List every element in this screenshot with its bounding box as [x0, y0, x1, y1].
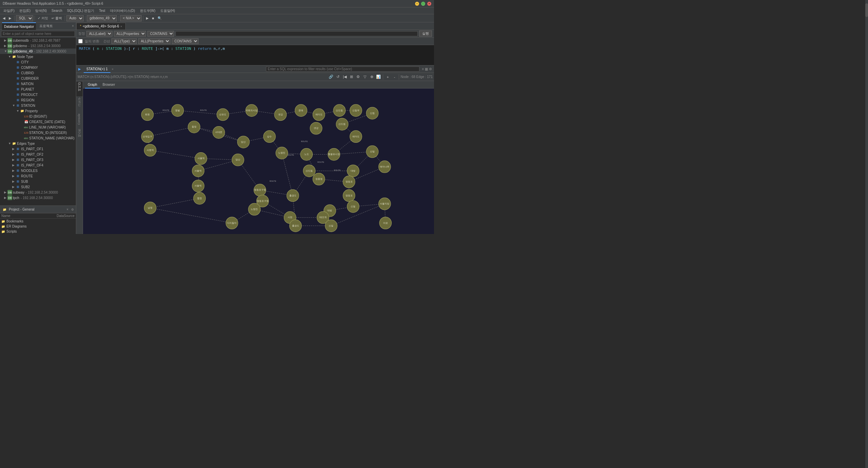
result-tab-station[interactable]: STATION(+) 1: [84, 65, 110, 73]
sublabel-gdbdemo49: - 192.168.2.49:30000: [34, 50, 66, 53]
forward-button[interactable]: ▶: [7, 16, 13, 20]
graph-btn-chart[interactable]: 📊: [375, 74, 381, 80]
tree-item-route[interactable]: ▶ ⊞ ROUTE: [0, 173, 76, 179]
tree-item-ispartof1[interactable]: ▶ ⊞ IS_PART_OF1: [0, 146, 76, 152]
db-icon-cubemodb: DB: [7, 38, 12, 43]
sep1: [14, 16, 15, 21]
tree-item-ispartof4[interactable]: ▶ ⊞ IS_PART_OF4: [0, 162, 76, 168]
rollback-button[interactable]: ↩ 롤백: [50, 16, 63, 21]
filter-value1[interactable]: [175, 31, 418, 36]
vtab-sijian[interactable]: 서시간: [76, 82, 83, 96]
svg-line-9: [147, 127, 194, 136]
project-item-bookmarks[interactable]: 📁 Bookmarks: [0, 219, 76, 224]
menu-search[interactable]: Search: [49, 7, 64, 14]
project-close[interactable]: ×: [66, 208, 68, 211]
project-item-erdiagrams[interactable]: 📁 ER Diagrams: [0, 224, 76, 229]
filter-select-type[interactable]: ALL(Type): [111, 38, 137, 44]
tree-item-stationname[interactable]: abc STATION_NAME (VARCHAR): [0, 135, 76, 141]
tree-item-linenum[interactable]: abc LINE_NUM (VARCHAR): [0, 124, 76, 130]
run-button[interactable]: ▶: [145, 16, 150, 20]
graph-btn-zoom-in[interactable]: +: [385, 74, 391, 80]
filter-contains1[interactable]: CONTAINS: [147, 31, 174, 37]
menu-sql[interactable]: SQL(GQL) 편집기: [65, 7, 97, 14]
menu-window[interactable]: 윈도우(W): [138, 7, 158, 14]
commit-button[interactable]: ✓ 커밋: [36, 16, 49, 21]
graph-btn-link[interactable]: 🔗: [328, 74, 334, 80]
graph-btn-filter[interactable]: ▽: [362, 74, 368, 80]
tree-item-cubemodb[interactable]: ▶ DB cubemodb - 192.168.2.48:7687: [0, 38, 76, 43]
result-filter-input[interactable]: [266, 66, 419, 72]
graph-btn-settings[interactable]: ⚙: [355, 74, 361, 80]
tree-item-nodetype[interactable]: ▼ 📁 Node Type: [0, 54, 76, 59]
auto-dropdown[interactable]: Auto: [66, 15, 84, 21]
project-tab[interactable]: 프로젝트: [37, 22, 55, 30]
minimize-button[interactable]: −: [415, 2, 419, 6]
tree-item-planet[interactable]: ⊞ PLANET: [0, 86, 76, 92]
filter-select-label[interactable]: ALL(Label): [86, 31, 112, 37]
tree-item-ispartof3[interactable]: ▶ ⊞ IS_PART_OF3: [0, 157, 76, 162]
tree-item-sub2[interactable]: ▶ ⊞ SUB2: [0, 184, 76, 190]
menu-nav[interactable]: 탐색(N): [33, 7, 49, 14]
db-navigator-tab[interactable]: Database Navigator: [2, 22, 36, 30]
tree-item-product[interactable]: ⊞ PRODUCT: [0, 92, 76, 97]
query-editor[interactable]: MATCH ( n : STATION )-[ r : ROUTE ]->( m…: [76, 45, 434, 65]
left-panel-close[interactable]: ×: [72, 24, 74, 28]
tree-item-gdbdemo49[interactable]: ▼ DB gdbdemo_49 - 192.168.2.49:30000: [0, 48, 76, 54]
tree-item-gdbdemo[interactable]: ▶ DB gdbdemo - 192.168.2.54:30000: [0, 43, 76, 48]
table-icon-station: ⊞: [16, 103, 20, 108]
menu-db[interactable]: 데이터베이스(D): [108, 7, 137, 14]
tree-item-ispartof2[interactable]: ▶ ⊞ IS_PART_OF2: [0, 152, 76, 157]
vtab-tools[interactable]: 그도구: [76, 96, 83, 111]
menu-file[interactable]: 파일(F): [1, 7, 17, 14]
filter-select-props1[interactable]: ALL(Properties: [114, 31, 146, 37]
run-query-button[interactable]: 실행: [419, 31, 432, 37]
editor-tab-script6[interactable]: * <gdbdemo_49> Script-6 ×: [76, 23, 126, 30]
vtab-console[interactable]: Console: [76, 111, 83, 128]
transform-checkbox[interactable]: [78, 39, 83, 43]
graph-btn-grid[interactable]: ⊞: [348, 74, 354, 80]
result-tab-close[interactable]: ×: [112, 67, 113, 71]
filter-select-props2[interactable]: ALL(Properties: [138, 38, 170, 44]
tree-item-tpch[interactable]: ▶ DB tpch - 192.168.2.54:30000: [0, 195, 76, 200]
query-m-var: m: [166, 46, 169, 51]
na-dropdown[interactable]: < N/A >: [120, 15, 142, 21]
tree-item-company[interactable]: ⊞ COMPANY: [0, 65, 76, 70]
graph-btn-refresh[interactable]: ↺: [335, 74, 341, 80]
maximize-button[interactable]: □: [421, 2, 425, 6]
tree-item-id[interactable]: 123 ID (BIGINT): [0, 114, 76, 119]
tree-item-noodles[interactable]: ▶ ⊞ NOODLES: [0, 168, 76, 173]
graph-tab-browser[interactable]: Browser: [100, 81, 118, 89]
menu-help[interactable]: 도움말(H): [158, 7, 177, 14]
tree-item-cubrid[interactable]: ⊞ CUBRID: [0, 70, 76, 76]
db-search-input[interactable]: [1, 31, 75, 37]
tab-close-script6[interactable]: ×: [120, 23, 122, 30]
close-button[interactable]: ×: [427, 2, 431, 6]
sql-type-dropdown[interactable]: SQL: [16, 15, 33, 21]
tree-item-cubrider[interactable]: ⊞ CUBRIDER: [0, 76, 76, 81]
tree-item-sub[interactable]: ▶ ⊞ SUB: [0, 179, 76, 184]
graph-btn-prev[interactable]: |◀: [342, 74, 348, 80]
graph-btn-layout[interactable]: ⊕: [369, 74, 375, 80]
project-settings-icon[interactable]: ⚙: [71, 208, 74, 211]
tree-item-city[interactable]: ⊞ CITY: [0, 59, 76, 65]
graph-tab-graph[interactable]: Graph: [85, 81, 100, 89]
project-item-scripts[interactable]: 📁 Scripts: [0, 229, 76, 234]
tree-item-createdate[interactable]: 📅 CREATE_DATE (DATE): [0, 119, 76, 124]
graph-btn-zoom-out[interactable]: -: [391, 74, 397, 80]
menu-test[interactable]: Test: [97, 7, 107, 14]
filter-contains2[interactable]: CONTAINS: [172, 38, 199, 44]
menu-edit[interactable]: 편집(E): [17, 7, 33, 14]
search-toolbar-button[interactable]: 🔍: [156, 16, 163, 20]
tree-item-edgestype[interactable]: ▼ 📁 Edges Type: [0, 141, 76, 146]
instance-dropdown[interactable]: gdbdemo_49: [87, 15, 117, 21]
tree-item-subway[interactable]: ▶ DB subway - 192.168.2.54:30000: [0, 190, 76, 195]
tree-item-property[interactable]: ▼ 📁 Property: [0, 108, 76, 114]
stop-button[interactable]: ■: [151, 16, 156, 20]
tree-item-region[interactable]: ⊞ REGION: [0, 97, 76, 103]
tree-item-station[interactable]: ▼ ⊞ STATION: [0, 103, 76, 108]
vtab-test[interactable]: 테스트: [76, 128, 83, 142]
tree-item-stationid[interactable]: 123 STATION_ID (INTEGER): [0, 130, 76, 135]
back-button[interactable]: ◀: [1, 16, 7, 20]
tree-item-nation[interactable]: ⊞ NATION: [0, 81, 76, 86]
table-icon-region: ⊞: [16, 98, 20, 102]
